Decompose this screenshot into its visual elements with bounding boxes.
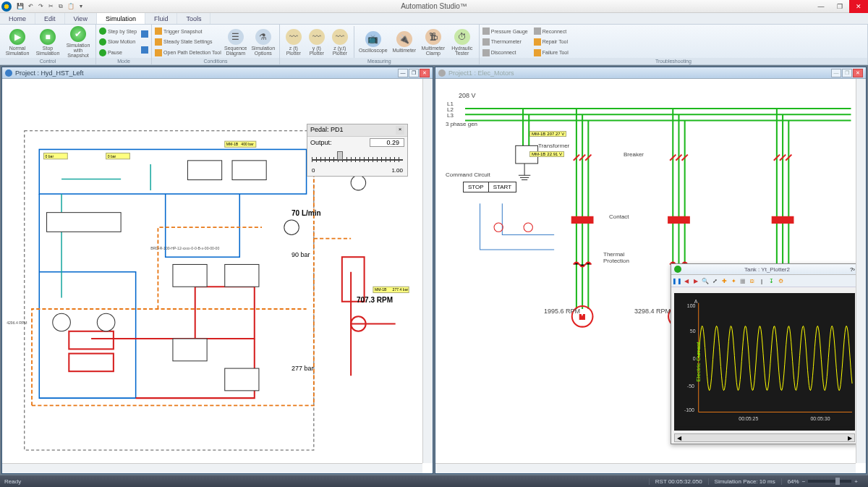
panel-max-button[interactable]: ❐: [409, 69, 419, 77]
sim-options-button[interactable]: ⚗ Simulation Options: [250, 26, 276, 58]
plotter-window[interactable]: Tank : Yt_Plotter2 ? › ❚❚ ◀ ▶ 🔍 ⤢ ✚ ✦ ▦ …: [671, 263, 859, 444]
oscilloscope-button[interactable]: 📺Oscilloscope: [357, 26, 389, 58]
svg-text:-100: -100: [684, 407, 694, 412]
qat-cut-icon[interactable]: ✂: [46, 2, 55, 11]
tab-view[interactable]: View: [65, 13, 97, 24]
pedal-slider[interactable]: [312, 150, 403, 166]
plotter-pause-icon[interactable]: ❚❚: [673, 276, 681, 285]
tab-home[interactable]: Home: [0, 13, 35, 24]
meas-tag-2[interactable]: MM-1B22.91 V: [529, 151, 564, 157]
panel-min-button[interactable]: —: [398, 69, 408, 77]
qat-copy-icon[interactable]: ⧉: [56, 2, 65, 11]
panel-hydraulic-header[interactable]: Project : Hyd_HST_Left —❐✕: [2, 67, 433, 79]
plot-icon: 〰: [286, 29, 302, 45]
panel-close-button[interactable]: ✕: [853, 69, 863, 77]
mode-extra-2[interactable]: [141, 46, 148, 54]
clamp-icon: 🗜: [425, 29, 441, 45]
mode-extra-1[interactable]: [141, 30, 148, 38]
close-button[interactable]: ✕: [849, 0, 868, 13]
tab-edit[interactable]: Edit: [35, 13, 65, 24]
repair-tool-button[interactable]: Repair Tool: [534, 38, 569, 46]
command-box[interactable]: STOPSTART: [463, 182, 516, 192]
qat-undo-icon[interactable]: ↶: [26, 2, 35, 11]
plotter-hscroll[interactable]: ◀▶: [674, 433, 855, 442]
open-path-button[interactable]: Open Path Detection Tool: [155, 49, 221, 56]
hydraulic-tester-button[interactable]: ⏱Hydraulic Tester: [448, 26, 476, 58]
svg-rect-12: [225, 368, 259, 391]
vscrollbar-left[interactable]: [422, 79, 433, 463]
plotter-grid-icon[interactable]: ▦: [739, 276, 747, 285]
tab-simulation[interactable]: Simulation: [97, 13, 145, 24]
plotter-export-icon[interactable]: ↧: [767, 276, 775, 285]
slowmo-button[interactable]: Slow Motion: [99, 38, 137, 46]
maximize-button[interactable]: ❐: [830, 0, 849, 13]
qat-paste-icon[interactable]: 📋: [67, 2, 75, 11]
sim-snapshot-button[interactable]: ✔ Simulation with Snapshot: [64, 26, 93, 58]
svg-text:MM-1B: MM-1B: [375, 287, 387, 292]
seq-diagram-button[interactable]: ☰ Sequence Diagram: [223, 26, 249, 58]
play-icon: ▶: [9, 29, 25, 45]
title-bar: 💾 ↶ ↷ ✂ ⧉ 📋 ▾ Automation Studio™ — ❐ ✕: [0, 0, 868, 13]
plotter-prev-icon[interactable]: ◀: [682, 276, 691, 285]
multimeter-clamp-button[interactable]: 🗜Multimeter Clamp: [420, 26, 447, 58]
yt-plotter-button[interactable]: 〰y (t) Plotter: [306, 26, 328, 58]
pedal-value[interactable]: 0.29: [370, 138, 404, 147]
minimize-button[interactable]: —: [812, 0, 830, 13]
multimeter-button[interactable]: 🔌Multimeter: [391, 26, 418, 58]
panel-electrical-header[interactable]: Project1 : Elec_Motors —❐✕: [435, 67, 866, 79]
panel-electrical: Project1 : Elec_Motors —❐✕: [435, 67, 867, 474]
transformer-label: Transformer: [538, 143, 569, 149]
tab-fluid[interactable]: Fluid: [145, 13, 178, 24]
trigger-snapshot-button[interactable]: Trigger Snapshot: [155, 27, 221, 35]
qat-save-icon[interactable]: 💾: [16, 2, 25, 11]
plotter-marker-icon[interactable]: ✚: [720, 276, 728, 285]
vscrollbar-right[interactable]: [856, 79, 866, 463]
pedal-thumb[interactable]: [337, 151, 343, 160]
plotter-cursor-icon[interactable]: ✦: [729, 276, 738, 285]
hydraulic-canvas[interactable]: 0 bar 0 bar MM-1B400 bar MM-1B277.4 bar …: [2, 79, 433, 473]
meas-tag-1[interactable]: MM-1B207.27 V: [529, 131, 566, 137]
thermometer-button[interactable]: Thermometer: [482, 38, 528, 46]
panel-close-button[interactable]: ✕: [420, 69, 430, 77]
pause-button[interactable]: Pause: [99, 49, 137, 56]
plotter-clear-icon[interactable]: ⦻: [748, 276, 757, 285]
pedal-widget[interactable]: Pedal: PD1× Output:0.29 01.00: [307, 124, 408, 177]
project-icon: [5, 69, 12, 77]
step-button[interactable]: Step by Step: [99, 27, 137, 35]
status-zoom[interactable]: 64% −+: [781, 478, 864, 485]
pressure-gauge-button[interactable]: Pressure Gauge: [482, 27, 528, 35]
failure-tool-button[interactable]: Failure Tool: [534, 49, 569, 56]
plot-icon-2: 〰: [309, 29, 325, 45]
electrical-canvas[interactable]: M M 208 V L1 L2 L3 3 phase gen: [435, 79, 866, 473]
normal-sim-button[interactable]: ▶ Normal Simulation: [3, 26, 32, 58]
plotter-next-icon[interactable]: ▶: [692, 276, 700, 285]
pedal-close-button[interactable]: ×: [396, 126, 404, 135]
svg-rect-11: [173, 339, 207, 361]
panel-max-button[interactable]: ❐: [842, 69, 852, 77]
plotter-settings-icon[interactable]: ⚙: [776, 276, 785, 285]
zt-plotter-button[interactable]: 〰z (t) Plotter: [283, 26, 305, 58]
status-ready: Ready: [4, 478, 21, 485]
plotter-zoom-icon[interactable]: 🔍: [701, 276, 710, 285]
record-icon[interactable]: [674, 266, 681, 273]
reconnect-button[interactable]: Reconnect: [534, 27, 569, 35]
svg-point-14: [351, 175, 366, 190]
status-bar: Ready RST 00:05:32.050 Simulation Pace: …: [0, 475, 868, 487]
plotter-fit-icon[interactable]: ⤢: [710, 276, 719, 285]
plotter-title: Tank : Yt_Plotter2: [684, 266, 850, 273]
tab-tools[interactable]: Tools: [177, 13, 210, 24]
zyt-plotter-button[interactable]: 〰z (y,t) Plotter: [329, 26, 351, 58]
disconnect-button[interactable]: Disconnect: [482, 49, 528, 56]
step-icon: [99, 27, 106, 35]
qat-redo-icon[interactable]: ↷: [36, 2, 45, 11]
plotter-chart[interactable]: 100 50 0 -50 -100 A 00:05:25 00:05:30: [674, 293, 855, 431]
stop-sim-button[interactable]: ■ Stop Simulation: [33, 26, 62, 58]
panel-electrical-title: Project1 : Elec_Motors: [448, 69, 514, 77]
panel-min-button[interactable]: —: [831, 69, 841, 77]
hscrollbar-left[interactable]: [2, 463, 422, 473]
steady-state-button[interactable]: Steady State Settings: [155, 38, 221, 46]
qat-more-icon[interactable]: ▾: [77, 2, 85, 11]
hscrollbar-right[interactable]: [435, 463, 856, 473]
plotter-expand-icon[interactable]: ›: [853, 266, 855, 273]
wrench-icon: [534, 38, 541, 46]
